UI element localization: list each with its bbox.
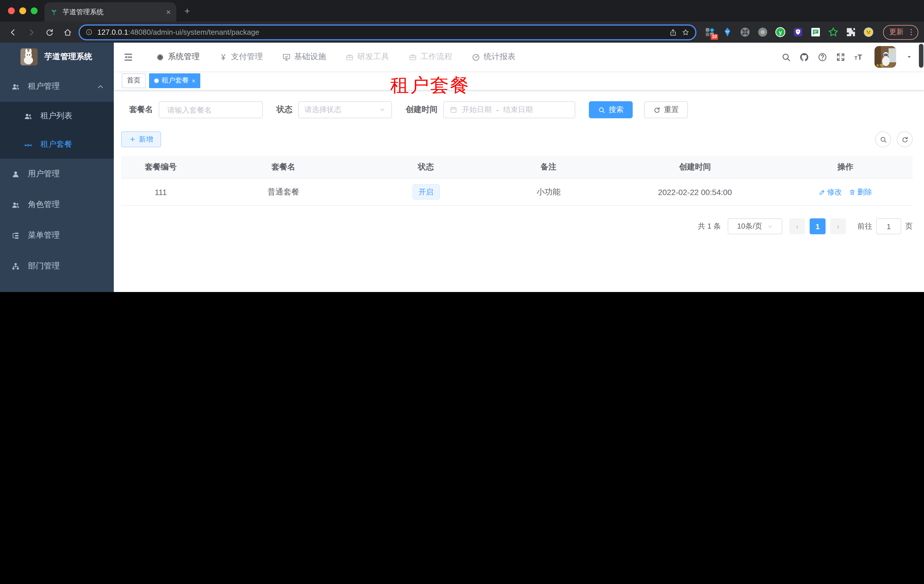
prev-page-button[interactable]: ‹ — [789, 218, 805, 234]
page-overlay-title: 租户套餐 — [390, 73, 470, 99]
pagination: 共 1 条 10条/页 ‹ 1 › 前往 页 — [121, 218, 912, 234]
tree-table-icon — [12, 231, 20, 240]
sidebar-item-租户套餐[interactable]: 租户套餐 — [0, 130, 114, 159]
page-size-select[interactable]: 10条/页 — [728, 218, 782, 234]
help-icon[interactable] — [818, 52, 827, 62]
sidebar: 芋道管理系统 租户管理租户列表租户套餐用户管理角色管理菜单管理部门管理岗位管理字… — [0, 43, 114, 292]
github-icon[interactable] — [799, 52, 809, 62]
extension-y-icon[interactable]: y — [775, 27, 786, 38]
reset-button[interactable]: 重置 — [644, 101, 688, 118]
package-name-input[interactable] — [166, 105, 256, 115]
top-nav-label: 支付管理 — [231, 52, 263, 62]
refresh-table-button[interactable] — [897, 132, 912, 147]
browser-scrollbar-thumb[interactable] — [919, 44, 924, 67]
minimize-window-button[interactable] — [19, 7, 26, 14]
search-icon[interactable] — [781, 52, 791, 62]
top-nav-研发工具[interactable]: 研发工具 — [336, 43, 399, 71]
extension-puzzle-icon[interactable] — [845, 27, 856, 38]
extension-circle-icon[interactable] — [757, 27, 768, 38]
top-menu: 系统管理支付管理基础设施研发工具工作流程统计报表 — [146, 43, 781, 71]
logo-rabbit-image — [20, 48, 38, 66]
extension-chat-icon[interactable] — [810, 27, 821, 38]
gear-icon — [156, 53, 165, 61]
top-nav-支付管理[interactable]: 支付管理 — [210, 43, 272, 71]
date-range-picker[interactable]: 开始日期 - 结束日期 — [443, 101, 575, 118]
window-controls — [8, 7, 38, 14]
extension-gem-icon[interactable] — [722, 27, 733, 38]
browser-update-button[interactable]: 更新 — [883, 25, 918, 39]
svg-text:y: y — [779, 30, 782, 35]
update-label: 更新 — [889, 27, 904, 37]
browser-tab[interactable]: 芋道管理系统 × — [45, 2, 177, 21]
sidebar-item-岗位管理[interactable]: 岗位管理 — [0, 281, 114, 292]
bookmark-star-icon[interactable] — [681, 28, 690, 36]
sidebar-collapse-icon[interactable] — [123, 51, 134, 62]
browser-chrome: 芋道管理系统 × + 127.0.0.1:48080/admin-ui/syst… — [0, 0, 924, 43]
site-info-icon[interactable] — [85, 28, 93, 36]
svg-text:T: T — [854, 55, 858, 61]
header-tools: TT 0:7049 — [781, 46, 916, 67]
top-nav-label: 研发工具 — [357, 52, 389, 62]
avatar-caret-down-icon[interactable] — [906, 53, 912, 60]
extension-command-icon[interactable] — [740, 27, 751, 38]
sidebar-item-租户列表[interactable]: 租户列表 — [0, 102, 114, 130]
action-修改[interactable]: 修改 — [818, 187, 842, 197]
new-tab-button[interactable]: + — [184, 6, 190, 17]
pagination-total: 共 1 条 — [698, 221, 721, 232]
toggle-search-button[interactable] — [875, 132, 891, 147]
tag-close-icon[interactable]: × — [192, 77, 195, 84]
sidebar-item-菜单管理[interactable]: 菜单管理 — [0, 220, 114, 251]
action-删除[interactable]: 删除 — [849, 187, 872, 197]
reload-icon[interactable] — [42, 25, 57, 39]
monitor-icon — [282, 53, 291, 61]
refresh-icon — [653, 106, 660, 114]
top-nav-工作流程[interactable]: 工作流程 — [399, 43, 462, 71]
sidebar-item-label: 租户管理 — [28, 81, 88, 92]
page-number-1[interactable]: 1 — [810, 218, 825, 234]
sidebar-item-租户管理[interactable]: 租户管理 — [0, 71, 114, 102]
tag-home[interactable]: 首页 — [122, 73, 146, 88]
sidebar-item-用户管理[interactable]: 用户管理 — [0, 159, 114, 189]
zoom-window-button[interactable] — [31, 7, 38, 14]
tag-tenant-package[interactable]: 租户套餐 × — [149, 73, 201, 88]
tab-close-icon[interactable]: × — [166, 7, 171, 16]
search-button[interactable]: 搜索 — [589, 101, 633, 118]
status-badge: 开启 — [412, 184, 439, 200]
font-size-icon[interactable]: TT — [854, 52, 864, 62]
sidebar-item-部门管理[interactable]: 部门管理 — [0, 251, 114, 281]
edit-icon — [818, 189, 825, 195]
browser-menu-icon[interactable] — [907, 28, 916, 36]
extension-shield-icon[interactable] — [792, 27, 804, 38]
main-area: 系统管理支付管理基础设施研发工具工作流程统计报表 TT 0:7049 首页 租户… — [114, 43, 924, 292]
forward-icon[interactable] — [24, 25, 39, 39]
table-toolbar-right — [875, 132, 912, 147]
app-header: 系统管理支付管理基础设施研发工具工作流程统计报表 TT 0:7049 — [114, 43, 924, 71]
cell-remark: 小功能 — [485, 187, 612, 197]
extension-grid-icon[interactable]: 10 — [705, 27, 715, 38]
fullscreen-icon[interactable] — [836, 52, 845, 62]
package-name-input-wrap — [159, 101, 263, 118]
top-nav-基础设施[interactable]: 基础设施 — [272, 43, 336, 71]
users-icon — [24, 112, 33, 120]
toolbox-icon — [345, 53, 354, 61]
extension-emoji-icon[interactable] — [863, 27, 874, 38]
goto-page-input[interactable] — [876, 218, 901, 234]
close-window-button[interactable] — [8, 7, 15, 14]
sidebar-item-label: 租户列表 — [40, 111, 105, 121]
home-icon[interactable] — [60, 25, 75, 39]
column-header-套餐编号: 套餐编号 — [121, 162, 200, 172]
extension-star-icon[interactable] — [828, 27, 839, 38]
user-avatar[interactable]: 0:7049 — [874, 46, 896, 67]
cell-created-time: 2022-02-22 00:54:00 — [612, 188, 778, 196]
top-nav-label: 统计报表 — [483, 52, 515, 62]
address-bar[interactable]: 127.0.0.1:48080/admin-ui/system/tenant/p… — [79, 24, 696, 40]
status-select[interactable]: 请选择状态 — [298, 101, 392, 118]
add-button[interactable]: 新增 — [121, 132, 161, 147]
top-nav-统计报表[interactable]: 统计报表 — [462, 43, 525, 71]
column-header-操作: 操作 — [778, 162, 912, 172]
back-icon[interactable] — [6, 25, 20, 39]
share-icon[interactable] — [669, 28, 677, 36]
next-page-button[interactable]: › — [830, 218, 846, 234]
sidebar-item-角色管理[interactable]: 角色管理 — [0, 189, 114, 220]
top-nav-系统管理[interactable]: 系统管理 — [146, 43, 210, 71]
